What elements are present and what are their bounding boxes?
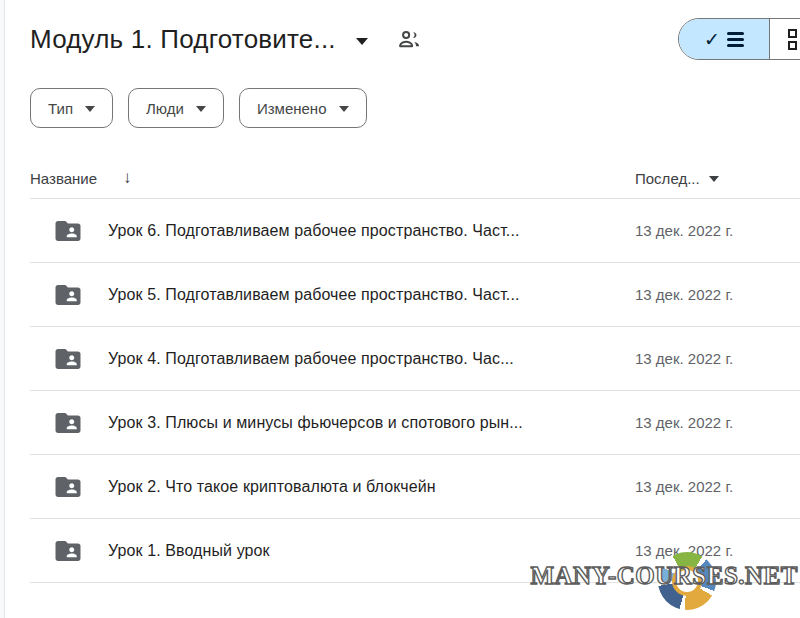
shared-folder-icon [53,536,83,566]
watermark: MANY-COURSES.NET [550,546,800,606]
chevron-down-icon [85,106,95,112]
filter-people-chip[interactable]: Люди [128,88,224,128]
filter-people-label: Люди [146,100,184,117]
chevron-down-icon [339,106,349,112]
filter-type-chip[interactable]: Тип [30,88,113,128]
shared-folder-icon [53,216,83,246]
shared-folder-icon [53,344,83,374]
file-list: Урок 6. Подготавливаем рабочее пространс… [30,199,800,583]
table-row[interactable]: Урок 4. Подготавливаем рабочее пространс… [30,327,800,391]
view-toggle: ✓ [678,18,800,60]
table-row[interactable]: Урок 2. Что такое криптовалюта и блокчей… [30,455,800,519]
table-header: Название ↓ Послед... [30,158,800,199]
table-row[interactable]: Урок 5. Подготавливаем рабочее пространс… [30,263,800,327]
list-view-icon [727,32,744,47]
name-column-header[interactable]: Название [30,170,97,187]
shared-folder-icon [53,472,83,502]
filter-modified-chip[interactable]: Изменено [239,88,367,128]
filter-chips: Тип Люди Изменено [30,88,800,128]
file-modified-date: 13 дек. 2022 г. [635,222,800,239]
modified-column-header[interactable]: Послед... [635,170,700,187]
filter-modified-label: Изменено [257,100,327,117]
shared-folder-icon [53,408,83,438]
file-name: Урок 4. Подготавливаем рабочее пространс… [108,350,635,368]
chevron-down-icon [196,106,206,112]
modified-caret-icon[interactable] [709,176,719,182]
file-modified-date: 13 дек. 2022 г. [635,478,800,495]
file-modified-date: 13 дек. 2022 г. [635,350,800,367]
table-row[interactable]: Урок 6. Подготавливаем рабочее пространс… [30,199,800,263]
check-icon: ✓ [704,30,720,49]
grid-view-icon [788,29,800,50]
list-view-button[interactable]: ✓ [679,19,769,59]
file-modified-date: 13 дек. 2022 г. [635,414,800,431]
file-name: Урок 5. Подготавливаем рабочее пространс… [108,286,635,304]
shared-folder-icon [53,280,83,310]
grid-view-button[interactable] [769,19,800,59]
file-modified-date: 13 дек. 2022 г. [635,286,800,303]
watermark-text: MANY-COURSES.NET [530,562,798,590]
drive-folder-view: Модуль 1. Подготовите... ✓ Тип Люди [0,0,800,583]
folder-menu-caret-icon[interactable] [356,38,368,45]
page-title: Модуль 1. Подготовите... [30,24,336,55]
file-name: Урок 3. Плюсы и минусы фьючерсов и спото… [108,414,635,432]
filter-type-label: Тип [48,100,73,117]
sort-descending-icon[interactable]: ↓ [123,168,132,188]
share-people-icon[interactable] [396,26,423,53]
file-name: Урок 6. Подготавливаем рабочее пространс… [108,222,635,240]
file-name: Урок 2. Что такое криптовалюта и блокчей… [108,478,635,496]
table-row[interactable]: Урок 3. Плюсы и минусы фьючерсов и спото… [30,391,800,455]
